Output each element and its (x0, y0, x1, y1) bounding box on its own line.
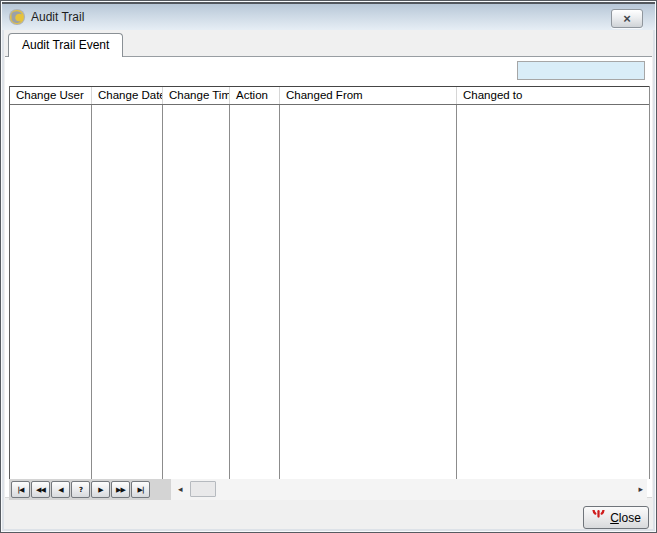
nav-help-button[interactable]: ? (71, 481, 90, 498)
window-title: Audit Trail (31, 10, 84, 24)
filter-input[interactable] (517, 61, 645, 80)
scroll-right-arrow-icon[interactable]: ▸ (638, 482, 643, 497)
app-icon (8, 8, 26, 26)
column-body-action (230, 105, 280, 479)
column-header-action[interactable]: Action (230, 87, 280, 104)
tab-label: Audit Trail Event (22, 38, 109, 52)
column-body-changed-to (457, 105, 651, 479)
horizontal-scrollbar[interactable]: ◂ ▸ (171, 479, 647, 500)
power-icon (591, 510, 606, 525)
db-navigator: |◀◀◀◀?▶▶▶▶| (9, 479, 173, 500)
column-header-change-time[interactable]: Change Time (163, 87, 230, 104)
audit-trail-window: Audit Trail × Audit Trail Event Change U… (0, 0, 657, 533)
nav-fast-forward-button[interactable]: ▶▶ (111, 481, 130, 498)
close-button[interactable]: Close (583, 506, 649, 529)
tab-audit-trail-event[interactable]: Audit Trail Event (8, 33, 123, 57)
grid-body (10, 105, 649, 479)
column-header-changed-from[interactable]: Changed From (280, 87, 457, 104)
column-body-change-date (92, 105, 163, 479)
audit-grid: Change UserChange DateChange TimeActionC… (9, 86, 650, 479)
window-close-button[interactable]: × (611, 9, 643, 28)
tab-page: Change UserChange DateChange TimeActionC… (5, 56, 652, 498)
nav-prior-button[interactable]: ◀ (51, 481, 70, 498)
grid-header: Change UserChange DateChange TimeActionC… (10, 86, 649, 105)
scroll-left-arrow-icon[interactable]: ◂ (178, 482, 183, 497)
nav-next-button[interactable]: ▶ (91, 481, 110, 498)
column-header-change-user[interactable]: Change User (10, 87, 92, 104)
column-body-changed-from (280, 105, 457, 479)
column-body-change-time (163, 105, 230, 479)
titlebar[interactable]: Audit Trail × (2, 2, 655, 30)
nav-last-button[interactable]: ▶| (131, 481, 150, 498)
close-icon: × (623, 11, 631, 26)
column-header-changed-to[interactable]: Changed to (457, 87, 651, 104)
column-header-change-date[interactable]: Change Date (92, 87, 163, 104)
nav-fast-rewind-button[interactable]: ◀◀ (31, 481, 50, 498)
column-body-change-user (10, 105, 92, 479)
close-button-label: Close (610, 511, 641, 525)
nav-first-button[interactable]: |◀ (11, 481, 30, 498)
scroll-thumb[interactable] (190, 481, 216, 497)
